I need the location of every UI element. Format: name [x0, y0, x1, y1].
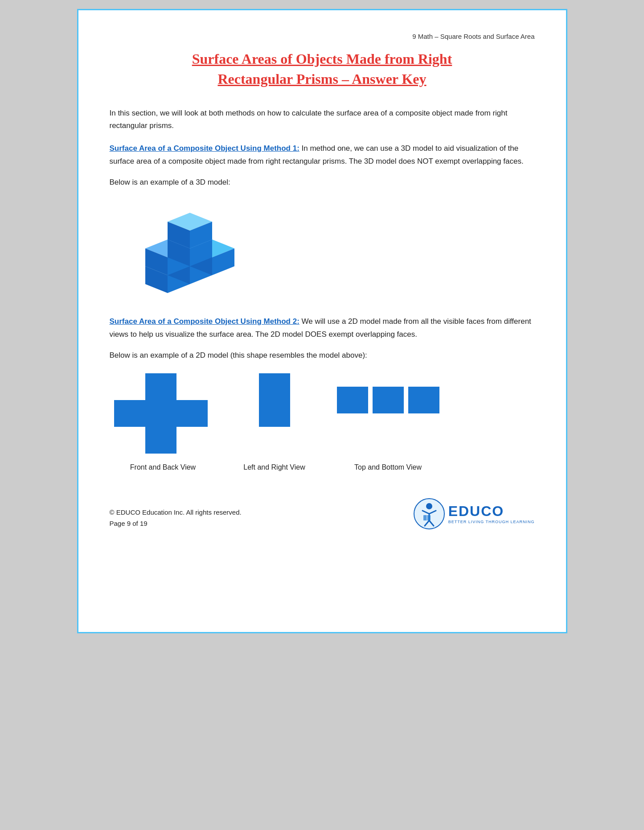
left-right-label: Left and Right View: [243, 463, 305, 471]
svg-rect-24: [259, 400, 290, 427]
svg-rect-26: [373, 387, 404, 413]
top-bottom-label: Top and Bottom View: [354, 463, 422, 471]
3d-model-svg: [127, 195, 261, 302]
method2-paragraph: Surface Area of a Composite Object Using…: [110, 315, 535, 341]
left-right-view-item: Left and Right View: [243, 369, 306, 471]
header-note: 9 Math – Square Roots and Surface Area: [110, 33, 535, 40]
svg-rect-18: [145, 373, 176, 400]
svg-rect-22: [145, 427, 176, 454]
main-title: Surface Areas of Objects Made from Right…: [110, 49, 535, 89]
below3d-text: Below is an example of a 3D model:: [110, 178, 535, 187]
left-right-svg: [243, 369, 306, 458]
page: 9 Math – Square Roots and Surface Area S…: [77, 9, 567, 633]
footer: © EDUCO Education Inc. All rights reserv…: [110, 498, 535, 529]
svg-rect-25: [337, 387, 368, 413]
svg-rect-19: [114, 400, 145, 427]
front-back-svg: [110, 369, 217, 458]
educo-tagline: BETTER LIVING THROUGH LEARNING: [448, 520, 535, 524]
top-bottom-view-item: Top and Bottom View: [332, 369, 444, 471]
copyright: © EDUCO Education Inc. All rights reserv…: [110, 507, 242, 518]
page-number: Page 9 of 19: [110, 518, 242, 529]
method1-label: Surface Area of a Composite Object Using…: [110, 144, 299, 153]
top-bottom-svg: [332, 369, 444, 458]
front-back-label: Front and Back View: [130, 463, 196, 471]
svg-rect-20: [145, 400, 176, 427]
views-container: Front and Back View Left and Right View …: [110, 369, 535, 471]
svg-rect-23: [259, 373, 290, 400]
svg-point-29: [426, 503, 432, 509]
educo-name: EDUCO: [448, 503, 535, 520]
intro-paragraph1: In this section, we will look at both me…: [110, 107, 535, 133]
svg-rect-27: [408, 387, 439, 413]
front-back-view-item: Front and Back View: [110, 369, 217, 471]
method1-paragraph: Surface Area of a Composite Object Using…: [110, 142, 535, 168]
svg-rect-21: [176, 400, 208, 427]
below2d-text: Below is an example of a 2D model (this …: [110, 351, 535, 360]
educo-logo: EDUCO BETTER LIVING THROUGH LEARNING: [414, 498, 535, 529]
3d-model-container: [127, 195, 252, 302]
educo-logo-icon: [414, 498, 445, 529]
footer-text: © EDUCO Education Inc. All rights reserv…: [110, 507, 242, 529]
method2-label: Surface Area of a Composite Object Using…: [110, 317, 299, 326]
